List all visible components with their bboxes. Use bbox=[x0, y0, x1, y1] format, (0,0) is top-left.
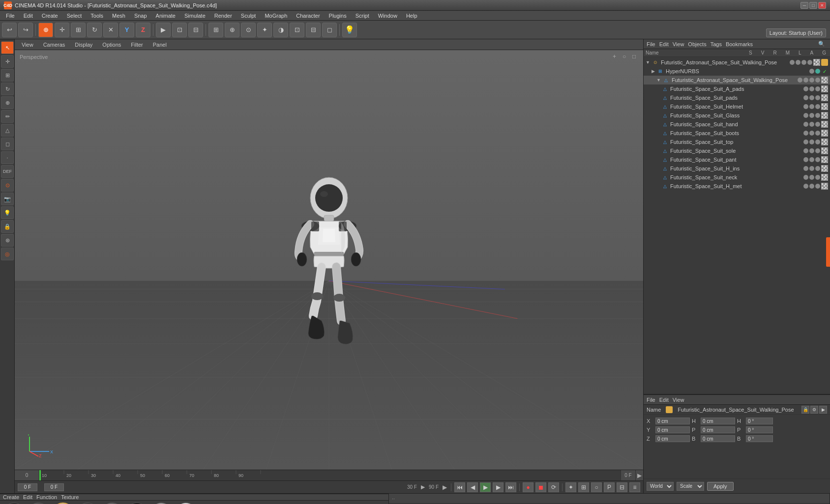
attr-expand-icon[interactable]: ▶ bbox=[819, 406, 827, 414]
attr-settings-icon[interactable]: ⚙ bbox=[810, 406, 818, 414]
ik-tool[interactable]: ⊛ bbox=[1, 234, 14, 247]
menu-window[interactable]: Window bbox=[374, 12, 401, 20]
obj-tool-button[interactable]: ✕ bbox=[103, 23, 118, 37]
transport-arrow[interactable]: ▶ bbox=[443, 484, 447, 491]
render-button[interactable]: ▶ bbox=[156, 23, 171, 37]
p-rot-input[interactable] bbox=[746, 426, 773, 433]
obj7-button[interactable]: ⊟ bbox=[306, 23, 321, 37]
vp-icon-1[interactable]: + bbox=[613, 53, 621, 61]
menu-mograph[interactable]: MoGraph bbox=[261, 12, 291, 20]
frame-input-2[interactable] bbox=[44, 483, 64, 491]
key3-button[interactable]: ○ bbox=[591, 482, 602, 492]
extra-tool[interactable]: ◎ bbox=[1, 248, 14, 260]
obj2-button[interactable]: ⊕ bbox=[225, 23, 239, 37]
obj-row-glass[interactable]: △ Futuristic_Space_Suit_Glass bbox=[644, 111, 830, 120]
apply-button[interactable]: Apply bbox=[707, 482, 734, 491]
x-size-input[interactable] bbox=[701, 418, 735, 424]
menu-simulate[interactable]: Simulate bbox=[180, 12, 209, 20]
menu-character[interactable]: Character bbox=[292, 12, 324, 20]
polygon-tool[interactable]: △ bbox=[1, 124, 14, 137]
motion-button[interactable]: ≡ bbox=[629, 482, 640, 492]
move-tool[interactable]: ✛ bbox=[1, 55, 14, 68]
obj-row-apads[interactable]: △ Futuristic_Space_Suit_A_pads bbox=[644, 84, 830, 93]
z-tool-button[interactable]: Z bbox=[136, 23, 150, 37]
y-size-input[interactable] bbox=[701, 426, 735, 433]
loop-button[interactable]: ⟳ bbox=[548, 482, 559, 492]
obj-row-helmet[interactable]: △ Futuristic_Space_Suit_Helmet bbox=[644, 102, 830, 111]
obj4-button[interactable]: ✦ bbox=[257, 23, 272, 37]
menu-snap[interactable]: Snap bbox=[130, 12, 151, 20]
fps-arrow[interactable]: ▶ bbox=[421, 484, 425, 490]
edge-tool[interactable]: ◻ bbox=[1, 138, 14, 150]
record-button[interactable]: ● bbox=[523, 482, 534, 492]
mat-create-menu[interactable]: Create bbox=[3, 494, 19, 500]
obj-row-pads[interactable]: △ Futuristic_Space_Suit_pads bbox=[644, 93, 830, 102]
timeline-expand[interactable]: ▶ bbox=[635, 470, 643, 480]
scale-tool-button[interactable]: ⊞ bbox=[71, 23, 86, 37]
menu-animate[interactable]: Animate bbox=[152, 12, 179, 20]
play-button[interactable]: ▶ bbox=[480, 482, 491, 492]
mat-texture-menu[interactable]: Texture bbox=[61, 494, 79, 500]
obj-row-hand[interactable]: △ Futuristic_Space_Suit_hand bbox=[644, 120, 830, 129]
paint-tool[interactable]: ✏ bbox=[1, 110, 14, 123]
obj-row-main[interactable]: ▼ △ Futuristic_Astronaut_Space_Suit_Walk… bbox=[644, 76, 830, 84]
undo-button[interactable]: ↩ bbox=[2, 23, 17, 37]
y-pos-input[interactable] bbox=[655, 426, 690, 433]
obj-row-neck[interactable]: △ Futuristic_Space_Suit_neck bbox=[644, 173, 830, 182]
attr-lock-icon[interactable]: 🔒 bbox=[801, 406, 809, 414]
z-pos-input[interactable] bbox=[655, 435, 690, 442]
vp-menu-display[interactable]: Display bbox=[71, 41, 96, 49]
mat-edit-menu[interactable]: Edit bbox=[23, 494, 32, 500]
obj-select-tool[interactable]: ⊕ bbox=[1, 96, 14, 109]
vp-icon-2[interactable]: ○ bbox=[622, 53, 630, 61]
key-button[interactable]: ✦ bbox=[565, 482, 576, 492]
obj-tags-menu[interactable]: Tags bbox=[711, 41, 722, 47]
obj-row-hypernurbs[interactable]: ▶ ⊞ HyperNURBS ✓ bbox=[644, 67, 830, 76]
vp-menu-options[interactable]: Options bbox=[98, 41, 125, 49]
y-tool-button[interactable]: Y bbox=[119, 23, 134, 37]
obj-edit-menu[interactable]: Edit bbox=[659, 41, 669, 47]
layout-dropdown[interactable]: Layout: Startup (User) bbox=[766, 28, 826, 37]
obj3-button[interactable]: ⊙ bbox=[241, 23, 256, 37]
menu-sculpt[interactable]: Sculpt bbox=[237, 12, 260, 20]
obj-row-pant[interactable]: △ Futuristic_Space_Suit_pant bbox=[644, 155, 830, 164]
obj-objects-menu[interactable]: Objects bbox=[688, 41, 706, 47]
b-rot-input[interactable] bbox=[746, 435, 773, 442]
obj-row-sole[interactable]: △ Futuristic_Space_Suit_sole bbox=[644, 146, 830, 155]
render3-button[interactable]: ⊟ bbox=[188, 23, 203, 37]
coord-system-select[interactable]: World Object bbox=[647, 482, 674, 491]
redo-button[interactable]: ↪ bbox=[18, 23, 33, 37]
obj-bookmarks-menu[interactable]: Bookmarks bbox=[726, 41, 753, 47]
menu-help[interactable]: Help bbox=[402, 12, 421, 20]
menu-edit[interactable]: Edit bbox=[20, 12, 37, 20]
key5-button[interactable]: ⊟ bbox=[617, 482, 627, 492]
point-tool[interactable]: · bbox=[1, 151, 14, 164]
light-button[interactable]: 💡 bbox=[342, 23, 357, 37]
rotate-tool-button[interactable]: ↻ bbox=[87, 23, 102, 37]
timeline[interactable]: 0 10 20 30 40 50 60 70 80 90 bbox=[15, 470, 643, 480]
menu-file[interactable]: File bbox=[2, 12, 19, 20]
vp-icon-3[interactable]: □ bbox=[632, 53, 640, 61]
x-pos-input[interactable] bbox=[655, 418, 690, 424]
obj-file-menu[interactable]: File bbox=[647, 41, 655, 47]
obj6-button[interactable]: ⊡ bbox=[290, 23, 304, 37]
next-frame-button[interactable]: ▶ bbox=[493, 482, 504, 492]
search-icon[interactable]: 🔍 bbox=[818, 41, 825, 48]
viewport[interactable]: Perspective + ○ □ bbox=[15, 50, 643, 470]
key4-button[interactable]: P bbox=[604, 482, 615, 492]
obj1-button[interactable]: ⊞ bbox=[208, 23, 223, 37]
current-frame-input[interactable] bbox=[18, 483, 37, 491]
vp-menu-view[interactable]: View bbox=[18, 41, 37, 49]
menu-render[interactable]: Render bbox=[210, 12, 236, 20]
menu-select[interactable]: Select bbox=[63, 12, 86, 20]
key2-button[interactable]: ⊞ bbox=[578, 482, 589, 492]
obj-row-top[interactable]: △ Futuristic_Space_Suit_top bbox=[644, 138, 830, 146]
shader-tool[interactable]: 🔒 bbox=[1, 220, 14, 233]
menu-plugins[interactable]: Plugins bbox=[325, 12, 351, 20]
obj-row-hmet[interactable]: △ Futuristic_Space_Suit_H_met bbox=[644, 182, 830, 191]
vp-menu-filter[interactable]: Filter bbox=[127, 41, 147, 49]
deform-tool[interactable]: DEF bbox=[1, 165, 14, 178]
attr-view-menu[interactable]: View bbox=[673, 397, 684, 403]
vp-menu-panel[interactable]: Panel bbox=[149, 41, 171, 49]
obj-row-boots[interactable]: △ Futuristic_Space_Suit_boots bbox=[644, 129, 830, 138]
